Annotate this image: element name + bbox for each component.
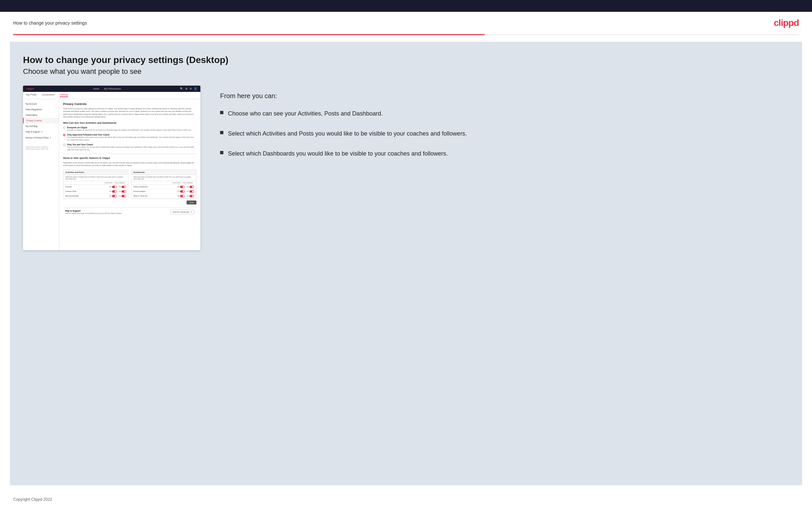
ww-coaches-toggle-group[interactable]: ON (177, 195, 185, 197)
nav-my-performance[interactable]: My Performance (104, 88, 120, 90)
bullet-item-3: Select which Dashboards you would like t… (220, 150, 789, 158)
activities-posts-col: Activities and Posts Select the types of… (63, 170, 129, 199)
bullet-text-2: Select which Activities and Posts you wo… (228, 130, 467, 138)
drills-followers-toggle[interactable] (121, 190, 126, 192)
radio-approved[interactable]: Only Approved Followers and Your Coach O… (63, 133, 196, 141)
rounds-toggles: ON ON (109, 186, 126, 188)
manual-followers-toggle[interactable] (121, 195, 126, 197)
page-subheading: Choose what you want people to see (23, 67, 789, 76)
round-insights-label: Round Insights (133, 190, 177, 192)
sidebar-item-integrations[interactable]: Data Integrations › (23, 107, 59, 112)
rounds-followers-toggle[interactable] (121, 186, 126, 188)
section-divider (63, 154, 196, 154)
drills-coaches-toggle-group[interactable]: ON (109, 190, 117, 192)
privacy-controls-desc: Control how you and your data appears to… (63, 107, 196, 118)
subnav-my-profile[interactable]: My Profile (26, 94, 37, 97)
sidebar-privacy-label: Privacy Controls (26, 119, 42, 122)
row-manual: Manual Activities ON ON (63, 194, 128, 199)
row-rounds: Rounds ON ON (63, 185, 128, 189)
bullet-square-2 (220, 131, 223, 134)
chevron-icon: › (55, 125, 56, 127)
help-desc: Visit our Clippd community to troublesho… (65, 212, 122, 214)
bullet-list: Choose who can see your Activities, Post… (220, 110, 789, 158)
rounds-followers-toggle-group[interactable]: ON (118, 186, 126, 188)
bullet-item-1: Choose who can see your Activities, Post… (220, 110, 789, 118)
drills-followers-toggle-group[interactable]: ON (118, 190, 126, 192)
ri-coaches-toggle[interactable] (180, 190, 185, 192)
settings-icon[interactable]: ⚙ (190, 87, 192, 90)
search-icon[interactable]: 🔍 (180, 87, 183, 90)
subnav-connections[interactable]: Connections (42, 94, 55, 97)
sidebar-item-golfbag[interactable]: My Golf Bag › (23, 123, 59, 129)
pd-coaches-toggle-group[interactable]: ON (177, 186, 185, 188)
chevron-icon: › (55, 120, 56, 122)
sidebar-version: Clippd Client Version: 2022.8.2SQL Serve… (23, 144, 59, 153)
header-title: How to change your privacy settings (13, 20, 87, 25)
sidebar-account-label: My Account (26, 103, 37, 105)
dashboards-col: Dashboards Select the types of activity … (131, 170, 196, 199)
radio-circle-approved (63, 134, 65, 136)
pd-coaches-toggle[interactable] (180, 186, 185, 188)
sidebar-item-subscription[interactable]: Subscription › (23, 112, 59, 118)
ww-followers-toggle-group[interactable]: ON (187, 195, 194, 197)
bullet-item-2: Select which Activities and Posts you wo… (220, 130, 789, 138)
sidebar-item-help[interactable]: Help & Support ↗ (23, 129, 59, 135)
sidebar-item-service[interactable]: Service & Privacy Policy ↗ (23, 135, 59, 141)
radio-text-everyone: Everyone on Clippd Everyone on Clippd ca… (67, 126, 192, 131)
info-heading: From here you can: (220, 92, 789, 100)
ri-coaches-toggle-group[interactable]: ON (177, 190, 185, 192)
dashboards-subheader: COACHES FOLLOWERS (132, 181, 196, 185)
app-body: My Account › Data Integrations › Subscri… (23, 99, 200, 250)
rounds-label: Rounds (65, 186, 109, 188)
ww-followers-toggle[interactable] (190, 195, 194, 197)
radio-text-onlyyou: Only You and Your Coach Only you and the… (67, 144, 196, 151)
pd-followers-toggle-group[interactable]: ON (187, 186, 194, 188)
save-button[interactable]: Save (187, 201, 196, 205)
header: How to change your privacy settings clip… (0, 12, 812, 34)
activities-subdesc: Select the types of activity that you'd … (63, 175, 128, 181)
drills-coaches-toggle[interactable] (112, 190, 117, 192)
pd-followers-toggle[interactable] (190, 186, 194, 188)
what-to-work-toggles: ON ON (177, 195, 195, 197)
rounds-coaches-toggle[interactable] (112, 186, 117, 188)
manual-coaches-toggle-group[interactable]: ON (109, 195, 117, 197)
ww-coaches-toggle[interactable] (180, 195, 185, 197)
app-sidebar: My Account › Data Integrations › Subscri… (23, 99, 59, 250)
row-drills: Practice Drills ON ON (63, 189, 128, 194)
features-desc: Regardless of the privacy controls that … (63, 161, 196, 167)
app-nav-links: Home My Performance (93, 88, 121, 90)
row-what-to-work-on: What To Work On ON ON (132, 194, 196, 199)
screenshot-panel: clippd Home My Performance 🔍 ⊞ ⚙ 👤 My Pr… (23, 86, 200, 250)
radio-circle-everyone (63, 127, 65, 129)
radio-everyone[interactable]: Everyone on Clippd Everyone on Clippd ca… (63, 126, 196, 131)
radio-only-you[interactable]: Only You and Your Coach Only you and the… (63, 144, 196, 151)
help-section: Help & Support Visit our Clippd communit… (63, 208, 196, 216)
activities-header: Activities and Posts (63, 170, 128, 175)
privacy-controls-title: Privacy Controls (63, 102, 196, 106)
player-dashboard-toggles: ON ON (177, 186, 195, 188)
main-content: How to change your privacy settings (Des… (10, 42, 802, 485)
bullet-square-3 (220, 151, 223, 154)
ri-followers-toggle[interactable] (190, 190, 194, 192)
chevron-icon: › (55, 109, 56, 111)
info-panel: From here you can: Choose who can see yo… (213, 86, 789, 158)
sidebar-item-privacy[interactable]: Privacy Controls › (23, 118, 59, 123)
visit-community-button[interactable]: Visit Our Community ↗ (170, 210, 195, 214)
who-can-see-title: Who Can See Your Activities and Dashboar… (63, 121, 196, 124)
sidebar-service-label: Service & Privacy Policy ↗ (26, 136, 51, 139)
footer: Copyright Clippd 2022 (0, 492, 812, 507)
grid-icon[interactable]: ⊞ (185, 87, 188, 90)
player-dashboard-label: Player Dashboard (133, 186, 177, 188)
ri-followers-toggle-group[interactable]: ON (187, 190, 194, 192)
nav-home[interactable]: Home (93, 88, 100, 90)
manual-label: Manual Activities (65, 195, 109, 197)
sidebar-item-account[interactable]: My Account › (23, 101, 59, 107)
bullet-text-3: Select which Dashboards you would like t… (228, 150, 448, 158)
manual-toggles: ON ON (109, 195, 126, 197)
rounds-coaches-toggle-group[interactable]: ON (109, 186, 117, 188)
manual-followers-toggle-group[interactable]: ON (118, 195, 126, 197)
user-avatar[interactable]: 👤 (194, 87, 197, 90)
save-row: Save (63, 199, 196, 206)
subnav-settings[interactable]: Settings (60, 94, 68, 97)
manual-coaches-toggle[interactable] (112, 195, 117, 197)
